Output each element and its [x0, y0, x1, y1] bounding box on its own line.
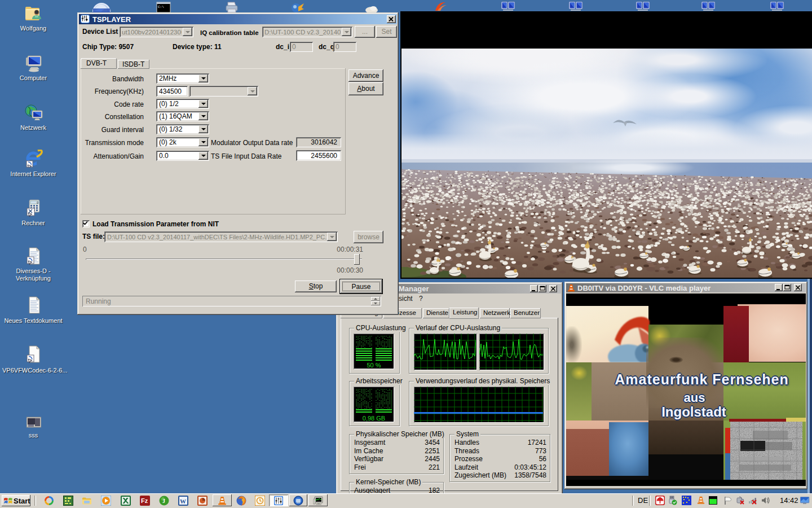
svg-text:0: 0: [37, 202, 38, 205]
svg-text:0,98 GB: 0,98 GB: [363, 415, 385, 422]
svg-text:C:\: C:\: [158, 5, 164, 9]
svg-text:Fz: Fz: [141, 497, 148, 504]
svg-text:J: J: [162, 498, 165, 504]
svg-text:W: W: [180, 498, 186, 505]
svg-text:50 %: 50 %: [367, 362, 381, 369]
